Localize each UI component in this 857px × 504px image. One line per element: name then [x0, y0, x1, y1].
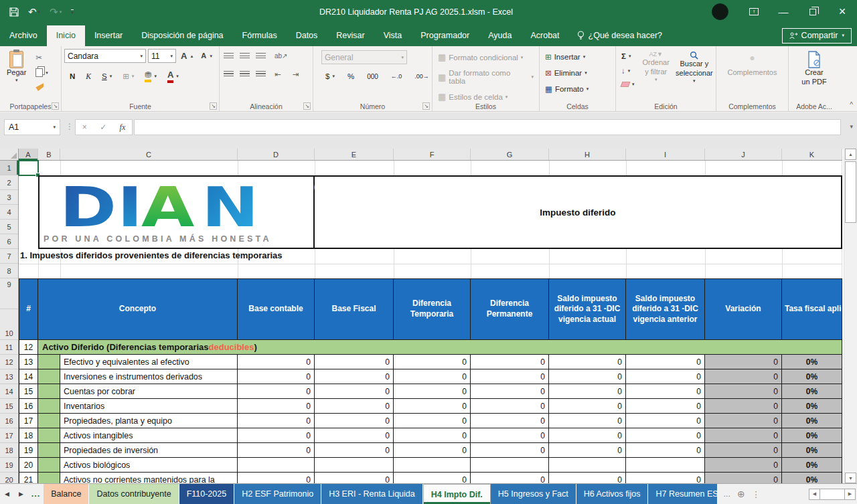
orientation-button[interactable]: ab↗: [272, 51, 291, 61]
header-num[interactable]: #: [19, 278, 38, 340]
restore-button[interactable]: [798, 0, 828, 23]
column-header-a[interactable]: A: [19, 149, 38, 160]
align-center-icon[interactable]: [240, 71, 250, 78]
select-all-button[interactable]: [0, 149, 19, 161]
header-base-contable[interactable]: Base contable: [238, 278, 315, 340]
row-value[interactable]: 0: [315, 473, 394, 483]
tab-disposicion[interactable]: Disposición de página: [132, 25, 232, 46]
row-header[interactable]: 6: [0, 234, 18, 249]
row-variacion[interactable]: 0: [705, 473, 782, 483]
row-num[interactable]: 14: [19, 369, 38, 384]
fill-color-button[interactable]: ⛃▾: [142, 70, 159, 84]
column-header-h[interactable]: H: [549, 149, 626, 160]
row-value[interactable]: 0: [626, 428, 705, 443]
header-dif-temporaria[interactable]: Diferencia Temporaria: [394, 278, 471, 340]
row-value[interactable]: 0: [315, 399, 394, 414]
tab-datos[interactable]: Datos: [287, 25, 327, 46]
tab-bar-menu-icon[interactable]: ⋮: [752, 489, 761, 499]
column-header-b[interactable]: B: [38, 149, 60, 160]
italic-button[interactable]: K: [83, 71, 94, 82]
vertical-scrollbar-thumb[interactable]: [845, 161, 856, 223]
sheet-tab-h6-activos-fijos[interactable]: H6 Activos fijos: [576, 484, 649, 504]
paste-button[interactable]: Pegar ▾: [3, 49, 30, 92]
ribbon-display-options-icon[interactable]: ↑: [739, 0, 769, 23]
row-num[interactable]: 13: [19, 355, 38, 369]
row-value[interactable]: 0: [549, 473, 626, 483]
tab-acrobat[interactable]: Acrobat: [521, 25, 568, 46]
row-value[interactable]: 0: [238, 369, 315, 384]
cell-styles-button[interactable]: ▦Estilos de celda▾: [435, 90, 536, 103]
row-gutter[interactable]: [38, 473, 60, 483]
autosum-button[interactable]: Σ▾: [619, 51, 637, 62]
row-num[interactable]: 21: [19, 473, 38, 483]
insert-function-button[interactable]: fx: [120, 122, 126, 133]
row-variacion[interactable]: 0: [705, 428, 782, 443]
header-base-fiscal[interactable]: Base Fiscal: [315, 278, 394, 340]
column-header-k[interactable]: K: [782, 149, 842, 160]
shrink-font-button[interactable]: A▼: [198, 51, 216, 61]
row-value[interactable]: 0: [238, 355, 315, 369]
increase-decimal-button[interactable]: ←.0: [388, 72, 405, 81]
percent-format-button[interactable]: %: [345, 71, 357, 82]
decrease-decimal-button[interactable]: .00→: [412, 72, 432, 81]
row-value[interactable]: 0: [238, 473, 315, 483]
row-header[interactable]: 1: [0, 161, 18, 175]
row-value[interactable]: 0: [471, 443, 549, 458]
row-value[interactable]: 0: [394, 384, 471, 399]
row-gutter[interactable]: [38, 428, 60, 443]
row-concept[interactable]: Efectivo y equivalentes al efectivo: [60, 355, 238, 369]
tab-inicio[interactable]: Inicio: [47, 25, 85, 46]
row-variacion[interactable]: 0: [705, 414, 782, 428]
tab-revisar[interactable]: Revisar: [327, 25, 374, 46]
sheet-tab-h5-ingresos-y-fact[interactable]: H5 Ingresos y Fact: [491, 484, 576, 504]
row-concept[interactable]: Inventarios: [60, 399, 238, 414]
sheet-tabs-overflow-right[interactable]: ...: [723, 489, 730, 499]
row-value[interactable]: 0: [626, 399, 705, 414]
row-value[interactable]: 0: [238, 428, 315, 443]
sheet-tabs-overflow-left[interactable]: ...: [28, 484, 44, 504]
row-header[interactable]: 7: [0, 249, 18, 264]
row-concept[interactable]: Propiedades, planta y equipo: [60, 414, 238, 428]
collapse-ribbon-button[interactable]: ^: [850, 101, 853, 108]
row-value[interactable]: 0: [315, 414, 394, 428]
horizontal-scrollbar[interactable]: ◀ ▶: [809, 484, 857, 504]
column-header-j[interactable]: J: [705, 149, 782, 160]
column-header-g[interactable]: G: [471, 149, 549, 160]
comma-format-button[interactable]: 000: [364, 72, 381, 82]
row-value[interactable]: 0: [394, 428, 471, 443]
row-value[interactable]: 0: [549, 384, 626, 399]
fill-button[interactable]: ↓▾: [619, 66, 637, 76]
row-value[interactable]: 0: [471, 473, 549, 483]
row-value[interactable]: 0: [471, 428, 549, 443]
section-row-label[interactable]: Activo Diferido (Diferencias temporarias…: [38, 340, 842, 355]
column-header-f[interactable]: F: [394, 149, 471, 160]
section-row-num[interactable]: 12: [19, 340, 38, 355]
row-value[interactable]: 0: [315, 384, 394, 399]
row-tasa[interactable]: 0%: [782, 443, 842, 458]
row-value[interactable]: 0: [471, 355, 549, 369]
underline-button[interactable]: S▾: [99, 71, 114, 82]
tab-archivo[interactable]: Archivo: [0, 25, 47, 46]
row-num[interactable]: 18: [19, 428, 38, 443]
row-value[interactable]: 0: [394, 399, 471, 414]
row-gutter[interactable]: [38, 399, 60, 414]
row-gutter[interactable]: [38, 458, 60, 473]
row-variacion[interactable]: 0: [705, 355, 782, 369]
row-num[interactable]: 17: [19, 414, 38, 428]
align-top-icon[interactable]: [224, 53, 234, 60]
row-value[interactable]: 0: [549, 414, 626, 428]
row-value[interactable]: 0: [549, 443, 626, 458]
row-value[interactable]: [394, 458, 471, 473]
row-value[interactable]: [549, 458, 626, 473]
align-bottom-icon[interactable]: [256, 53, 266, 60]
row-value[interactable]: 0: [471, 369, 549, 384]
header-concepto[interactable]: Concepto: [38, 278, 238, 340]
formula-input[interactable]: [134, 119, 841, 135]
row-header[interactable]: 3: [0, 190, 18, 205]
clear-button[interactable]: ▾: [619, 80, 637, 88]
grow-font-button[interactable]: A▲: [178, 50, 196, 62]
header-saldo-actual[interactable]: Saldo impuesto diferido a 31 -DIC vigenc…: [549, 278, 626, 340]
hscroll-left-icon[interactable]: ◀: [809, 489, 820, 500]
sheet-tab-h2-esf-patrimonio[interactable]: H2 ESF Patrimonio: [234, 484, 321, 504]
row-value[interactable]: 0: [626, 369, 705, 384]
